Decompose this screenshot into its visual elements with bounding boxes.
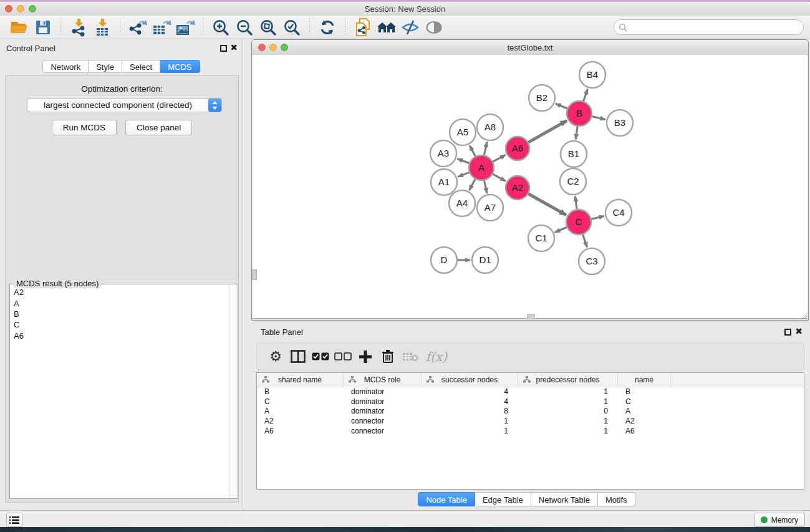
zoom-selected-button[interactable]	[281, 17, 302, 37]
table-cell[interactable]: dominator	[344, 387, 422, 396]
control-tab-select[interactable]: Select	[122, 60, 160, 73]
open-session-button[interactable]	[9, 17, 30, 37]
table-settings-button[interactable]: ⚙	[264, 346, 287, 368]
node-label-B1: B1	[568, 148, 579, 159]
unchecked-boxes-icon	[334, 352, 352, 360]
save-session-button[interactable]	[32, 17, 54, 37]
close-panel-button[interactable]: Close panel	[125, 120, 192, 135]
control-tab-style[interactable]: Style	[89, 60, 122, 73]
run-mcds-button[interactable]: Run MCDS	[52, 120, 117, 135]
new-network-from-selection-button[interactable]	[352, 17, 374, 37]
column-header-name[interactable]: name	[618, 373, 671, 387]
home-layout-button[interactable]	[376, 17, 397, 37]
function-builder-button[interactable]: f(x)	[422, 346, 451, 368]
table-row[interactable]: A6connector11A6	[257, 426, 804, 436]
table-cell[interactable]: 1	[518, 417, 618, 425]
table-cell[interactable]: A6	[257, 427, 344, 435]
table-cell[interactable]: dominator	[344, 397, 422, 406]
table-cell[interactable]: 1	[518, 427, 618, 435]
control-tab-mcds[interactable]: MCDS	[160, 60, 200, 73]
import-table-icon	[93, 18, 112, 37]
close-panel-icon[interactable]: ✖	[230, 42, 238, 52]
table-cell[interactable]: B	[257, 387, 344, 396]
show-panel-button[interactable]	[423, 17, 445, 37]
control-panel: Control Panel ✖ NetworkStyleSelectMCDS O…	[0, 39, 243, 510]
table-cell[interactable]: A	[257, 407, 344, 415]
table-cell[interactable]: C	[257, 397, 344, 406]
destroy-table-button[interactable]	[399, 346, 422, 368]
vertical-scrollbar-thumb[interactable]	[252, 269, 257, 280]
refresh-icon	[319, 19, 336, 36]
node-table[interactable]: shared nameMCDS rolesuccessor nodesprede…	[256, 372, 804, 490]
table-cell[interactable]: connector	[344, 417, 422, 425]
export-network-button[interactable]	[127, 17, 148, 37]
select-all-button[interactable]	[309, 346, 332, 368]
app-window: Session: New Session	[0, 2, 810, 527]
zoom-in-button[interactable]	[210, 17, 231, 37]
table-row[interactable]: Cdominator41C	[257, 397, 804, 407]
resize-grip-icon[interactable]	[800, 312, 808, 319]
table-cell[interactable]: 1	[518, 397, 618, 406]
result-item[interactable]: B	[10, 309, 229, 319]
horizontal-scrollbar-thumb[interactable]	[527, 314, 535, 319]
table-cell[interactable]: 4	[422, 387, 518, 396]
column-header-shared-name[interactable]: shared name	[257, 373, 344, 387]
table-cell[interactable]: 4	[422, 397, 518, 406]
add-column-button[interactable]	[354, 346, 377, 368]
deselect-all-button[interactable]	[332, 346, 354, 368]
eye-icon	[425, 19, 443, 36]
table-tab-edge-table[interactable]: Edge Table	[475, 492, 531, 506]
table-cell[interactable]: A2	[618, 417, 671, 425]
network-canvas[interactable]: B4B2BB3A5A8A6A3B1AA1C2A2A4A7C4CC1C3DD1	[253, 55, 808, 319]
control-tab-network[interactable]: Network	[42, 60, 89, 73]
network-graph[interactable]: B4B2BB3A5A8A6A3B1AA1C2A2A4A7C4CC1C3DD1	[253, 55, 809, 319]
table-cell[interactable]: 1	[422, 417, 518, 425]
zoom-fit-button[interactable]	[258, 17, 279, 37]
table-row[interactable]: Bdominator41B	[257, 387, 804, 397]
search-field[interactable]	[614, 19, 804, 35]
table-cell[interactable]: dominator	[344, 407, 422, 415]
table-cell[interactable]: A	[618, 407, 671, 415]
criterion-select[interactable]: largest connected component (directed)	[27, 98, 222, 112]
task-history-button[interactable]	[6, 513, 22, 527]
result-scrollbar[interactable]	[229, 284, 238, 498]
table-float-icon[interactable]	[784, 329, 791, 336]
table-tab-network-table[interactable]: Network Table	[531, 492, 598, 506]
table-cell[interactable]: 1	[422, 427, 518, 435]
table-cell[interactable]: connector	[344, 427, 422, 435]
memory-button[interactable]: Memory	[754, 513, 805, 527]
table-cell[interactable]: 0	[518, 407, 618, 415]
table-close-icon[interactable]: ✖	[795, 326, 803, 336]
export-image-button[interactable]	[175, 17, 196, 37]
search-input[interactable]	[627, 21, 803, 34]
table-cell[interactable]: A6	[618, 427, 671, 435]
refresh-view-button[interactable]	[317, 17, 338, 37]
result-item[interactable]: A	[10, 297, 229, 308]
table-tab-motifs[interactable]: Motifs	[598, 492, 635, 506]
table-tab-node-table[interactable]: Node Table	[418, 492, 475, 506]
table-cell[interactable]: C	[618, 397, 671, 406]
float-panel-icon[interactable]	[220, 45, 227, 52]
column-header-successor-nodes[interactable]: successor nodes	[422, 373, 518, 387]
result-item[interactable]: A2	[10, 287, 229, 297]
column-header-predecessor-nodes[interactable]: predecessor nodes	[518, 373, 618, 387]
table-cell[interactable]: A2	[257, 417, 344, 425]
zoom-out-icon	[236, 19, 253, 36]
table-row[interactable]: Adominator80A	[257, 407, 804, 417]
result-item[interactable]: A6	[10, 331, 229, 341]
zoom-out-button[interactable]	[234, 17, 255, 37]
table-cell[interactable]: 8	[422, 407, 518, 415]
table-row[interactable]: A2connector11A2	[257, 416, 804, 426]
delete-column-button[interactable]	[377, 346, 399, 368]
result-item[interactable]: C	[10, 319, 229, 330]
table-cell[interactable]: 1	[518, 387, 618, 396]
node-label-B: B	[576, 108, 582, 118]
show-columns-button[interactable]	[287, 346, 309, 368]
column-header-MCDS-role[interactable]: MCDS role	[344, 373, 422, 387]
table-cell[interactable]: B	[618, 387, 671, 396]
import-table-button[interactable]	[92, 17, 113, 37]
hide-panel-button[interactable]	[400, 17, 421, 37]
export-table-button[interactable]	[151, 17, 172, 37]
memory-label: Memory	[771, 516, 798, 525]
import-network-button[interactable]	[68, 17, 89, 37]
